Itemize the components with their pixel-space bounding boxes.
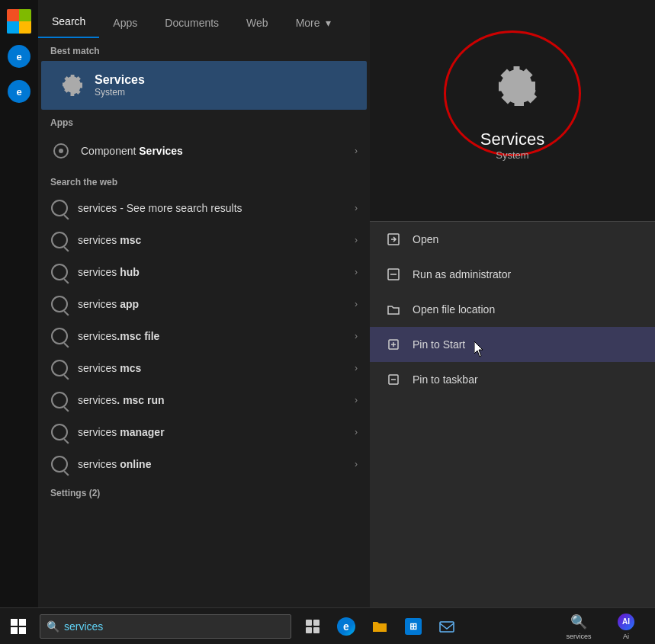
web-item-text-7: services manager bbox=[78, 426, 355, 438]
best-match-text: Services System bbox=[95, 73, 145, 98]
context-menu: Open Run as administrator Open file bbox=[370, 221, 655, 607]
tab-apps[interactable]: Apps bbox=[99, 8, 151, 38]
open-label: Open bbox=[413, 233, 438, 245]
admin-icon bbox=[385, 266, 402, 283]
taskbar: 🔍 e ⊞ bbox=[0, 607, 655, 644]
web-arrow-5: › bbox=[355, 363, 358, 373]
web-arrow-2: › bbox=[355, 267, 358, 277]
pin-taskbar-label: Pin to taskbar bbox=[413, 373, 478, 386]
tab-web[interactable]: Web bbox=[233, 8, 282, 38]
edge-icon: e bbox=[337, 617, 355, 636]
tab-documents[interactable]: Documents bbox=[151, 8, 233, 38]
svg-rect-9 bbox=[313, 627, 319, 633]
web-item-text-3: services app bbox=[78, 298, 355, 310]
web-item-text-0: services - See more search results bbox=[78, 202, 355, 214]
web-item-0[interactable]: services - See more search results › bbox=[38, 192, 370, 224]
open-location-label: Open file location bbox=[413, 303, 495, 316]
taskbar-right: 🔍 services AI Ai bbox=[556, 608, 655, 645]
taskbar-services-app[interactable]: 🔍 services bbox=[556, 608, 602, 645]
search-icon-8 bbox=[50, 455, 69, 473]
web-arrow-3: › bbox=[355, 299, 358, 309]
web-item-text-8: services online bbox=[78, 458, 355, 470]
component-services-icon bbox=[50, 140, 72, 162]
start-button[interactable] bbox=[0, 608, 37, 645]
services-gear-icon bbox=[53, 70, 84, 101]
folder-icon bbox=[385, 301, 402, 318]
svg-rect-10 bbox=[440, 622, 454, 632]
tab-more[interactable]: More ▾ bbox=[282, 8, 345, 38]
web-item-8[interactable]: services online › bbox=[38, 448, 370, 480]
search-icon-7 bbox=[50, 423, 69, 441]
open-location-menu-item[interactable]: Open file location bbox=[370, 292, 655, 327]
taskbar-app-icons: e ⊞ bbox=[297, 608, 462, 645]
web-item-7[interactable]: services manager › bbox=[38, 416, 370, 448]
web-arrow-0: › bbox=[355, 203, 358, 213]
settings-label: Settings (2) bbox=[38, 480, 370, 501]
search-icon-2 bbox=[50, 263, 69, 281]
web-arrow-4: › bbox=[355, 331, 358, 341]
taskbar-ai-app[interactable]: AI Ai bbox=[603, 608, 649, 645]
svg-rect-8 bbox=[306, 627, 312, 633]
svg-point-1 bbox=[59, 149, 63, 153]
best-match-label: Best match bbox=[38, 38, 370, 61]
ms-store-button[interactable]: ⊞ bbox=[398, 608, 429, 645]
svg-rect-6 bbox=[306, 620, 312, 626]
web-item-6[interactable]: services. msc run › bbox=[38, 384, 370, 416]
app-preview: Services System bbox=[370, 0, 655, 221]
component-services-item[interactable]: Component Services › bbox=[38, 133, 370, 169]
services-preview-icon bbox=[486, 60, 538, 123]
web-item-text-2: services hub bbox=[78, 266, 355, 278]
web-arrow-1: › bbox=[355, 235, 358, 245]
best-match-item[interactable]: Services System bbox=[41, 61, 367, 110]
best-match-title: Services bbox=[95, 73, 145, 87]
web-item-4[interactable]: services.msc file › bbox=[38, 320, 370, 352]
component-services-arrow: › bbox=[355, 146, 358, 156]
web-item-5[interactable]: services mcs › bbox=[38, 352, 370, 384]
search-web-label: Search the web bbox=[38, 169, 370, 192]
taskbar-ai-label: Ai bbox=[623, 633, 629, 640]
web-item-text-6: services. msc run bbox=[78, 394, 355, 406]
apps-label: Apps bbox=[38, 110, 370, 133]
search-icon-5 bbox=[50, 359, 69, 377]
web-arrow-7: › bbox=[355, 427, 358, 437]
chevron-down-icon: ▾ bbox=[326, 17, 331, 29]
search-icon-6 bbox=[50, 391, 69, 409]
search-icon-4 bbox=[50, 327, 69, 345]
open-icon bbox=[385, 231, 402, 248]
search-icon-1 bbox=[50, 231, 69, 249]
pin-taskbar-menu-item[interactable]: Pin to taskbar bbox=[370, 362, 655, 397]
taskbar-services-label: services bbox=[566, 633, 591, 640]
file-explorer-button[interactable] bbox=[364, 608, 395, 645]
search-icon-3 bbox=[50, 295, 69, 313]
pin-start-label: Pin to Start bbox=[413, 338, 465, 351]
app-preview-title: Services bbox=[480, 130, 544, 149]
taskbar-search-icon: 🔍 bbox=[47, 620, 59, 633]
search-panel: Search Apps Documents Web More ▾ Best ma… bbox=[38, 0, 370, 607]
tab-bar: Search Apps Documents Web More ▾ bbox=[38, 0, 370, 38]
app-preview-subtitle: System bbox=[496, 149, 528, 161]
open-menu-item[interactable]: Open bbox=[370, 222, 655, 257]
start-menu: Search Apps Documents Web More ▾ Best ma… bbox=[0, 0, 655, 607]
ai-taskbar-icon: AI bbox=[617, 613, 635, 631]
web-item-1[interactable]: services msc › bbox=[38, 224, 370, 256]
web-item-text-4: services.msc file bbox=[78, 330, 355, 342]
search-input[interactable] bbox=[64, 620, 284, 633]
run-admin-label: Run as administrator bbox=[413, 268, 511, 280]
web-item-3[interactable]: services app › bbox=[38, 288, 370, 320]
mail-button[interactable] bbox=[432, 608, 462, 645]
web-item-text-5: services mcs bbox=[78, 362, 355, 374]
best-match-subtitle: System bbox=[95, 87, 145, 98]
run-admin-menu-item[interactable]: Run as administrator bbox=[370, 257, 655, 292]
right-panel: Services System Open bbox=[370, 0, 655, 607]
component-services-text: Component Services bbox=[81, 145, 355, 157]
task-view-button[interactable] bbox=[297, 608, 328, 645]
web-item-2[interactable]: services hub › bbox=[38, 256, 370, 288]
pin-start-menu-item[interactable]: Pin to Start bbox=[370, 327, 655, 362]
tab-search[interactable]: Search bbox=[38, 6, 99, 38]
services-taskbar-icon: 🔍 bbox=[570, 613, 588, 631]
search-icon-0 bbox=[50, 199, 69, 217]
edge-button[interactable]: e bbox=[331, 608, 361, 645]
web-arrow-8: › bbox=[355, 459, 358, 469]
pin-start-icon bbox=[385, 336, 402, 353]
taskbar-search-bar[interactable]: 🔍 bbox=[40, 614, 291, 639]
